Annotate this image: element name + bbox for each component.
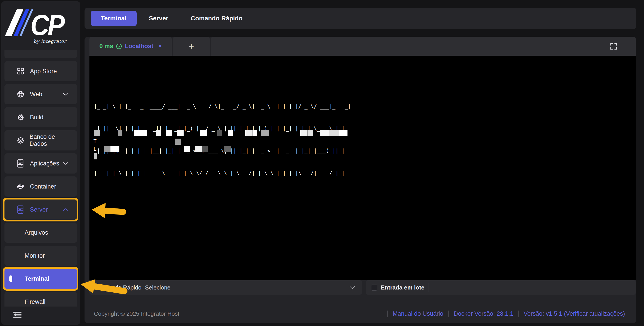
terminal-redacted-line: [ [90,153,636,160]
redacted-text-block [195,146,202,152]
version-link[interactable]: Versão: v1.5.1 (Verificar atualizações) [524,310,625,317]
redacted-text-block [320,130,329,136]
sidebar-item-banco-de-dados[interactable]: Banco de Dados [4,130,77,150]
redacted-text-block [202,146,208,152]
batch-input-label: Entrada em lote [381,284,424,291]
sidebar-item-firewall[interactable]: Firewall [4,292,77,306]
redacted-text-block [329,130,339,136]
redacted-text-block [228,130,233,136]
sidebar-item-monitor[interactable]: Monitor [4,246,77,266]
terminal-screen[interactable]: ___ _ _ _____ _____ ____ ____ _ _____ __… [90,56,636,280]
copyright-text: Copyright © 2025 Integrator Host [94,310,179,317]
sidebar-item-label: App Store [30,68,57,75]
redacted-text-block [156,130,161,136]
terminal-bottom-bar: Comando Rápido Selecione Entrada em lote [90,280,636,295]
sidebar-nav: App Store Web Build [3,50,78,306]
redacted-text-block [200,130,206,136]
redacted-text-block [118,130,122,136]
session-tab-localhost[interactable]: 0 ms Localhost × [90,37,172,56]
sidebar-item-terminal[interactable]: Terminal [4,269,77,289]
session-tab-bar: 0 ms Localhost × + [90,37,636,56]
redacted-text-block [110,146,120,152]
terminal-redacted-line: T [90,138,636,145]
docker-whale-icon [17,182,24,191]
redacted-text-block [252,130,257,136]
redacted-text-block [261,130,269,136]
sidebar-item-label: Firewall [24,298,46,305]
sidebar-item-label: Monitor [24,252,45,259]
redacted-text-block [177,130,184,136]
terminal-redacted-line: L [90,130,636,136]
tab-terminal[interactable]: Terminal [91,11,137,26]
latency-badge: 0 ms [100,43,113,50]
redacted-text-block [245,130,252,136]
batch-input-section: Entrada em lote [366,280,636,295]
server-rack-icon [17,205,24,214]
redacted-text-block [134,130,147,136]
redacted-text-block [339,130,348,136]
tab-server[interactable]: Server [139,11,178,26]
footer-links: Manual do Usuário Docker Versão: 28.1.1 … [387,310,630,317]
sidebar-item-build[interactable]: Build [4,107,77,127]
main-tabs-bar: Terminal Server Comando Rápido [84,8,636,29]
quick-command-select[interactable]: Comando Rápido Selecione [90,280,362,295]
server-rack-icon [17,159,24,168]
layers-icon [17,136,24,145]
check-circle-icon [116,43,122,50]
app-logo: CP by integrator [8,6,75,49]
docker-version-link[interactable]: Docker Versão: 28.1.1 [454,310,514,317]
terminal-text: T [94,138,96,144]
fullscreen-icon[interactable] [610,43,618,50]
sidebar-item-aplicacoes[interactable]: Aplicações [4,153,77,174]
active-indicator [10,275,12,282]
logo-slashes-icon [5,10,33,36]
batch-input-checkbox[interactable] [371,285,377,291]
select-placeholder: Selecione [145,284,170,291]
session-bar-spacer [211,37,636,56]
redacted-text-block [94,130,100,136]
terminal-text: L [94,146,96,152]
collapse-sidebar-button[interactable] [12,310,23,320]
sidebar-item-label: Arquivos [24,229,48,236]
footer: Copyright © 2025 Integrator Host Manual … [90,295,636,323]
sidebar-item-partial[interactable] [4,50,77,58]
sidebar-item-label: Banco de Dados [30,133,68,147]
terminal-redacted-line: L [90,146,636,153]
logo-text: CP [30,13,63,38]
chevron-up-icon [62,208,68,211]
chevron-down-icon [62,162,68,165]
ascii-banner: ___ _ _ _____ _____ ____ ____ _ _____ __… [94,66,351,192]
chevron-down-icon [349,286,355,289]
globe-icon [17,90,24,99]
sidebar-item-label: Container [30,183,56,190]
session-host-label: Localhost [125,43,154,50]
sidebar-item-app-store[interactable]: App Store [4,61,77,81]
terminal-panel: 0 ms Localhost × + ___ _ _ _____ _____ _… [84,37,636,323]
quick-command-label: Comando Rápido [96,284,141,291]
sidebar-item-arquivos[interactable]: Arquivos [4,223,77,243]
tab-comando-rapido[interactable]: Comando Rápido [181,11,253,26]
redacted-text-block [104,146,110,152]
divider [518,310,519,317]
divider [428,283,428,292]
redacted-text-block [175,139,181,145]
redacted-text-block [166,130,172,136]
sidebar-item-label: Server [30,206,48,213]
gear-icon [17,113,24,122]
redacted-text-block [217,130,222,136]
divider [387,310,388,317]
divider [448,310,449,317]
redacted-text-block [184,146,190,152]
sidebar-item-label: Web [30,91,42,98]
redacted-text-block [308,130,313,136]
add-session-button[interactable]: + [173,37,210,56]
sidebar-item-container[interactable]: Container [4,177,77,197]
close-session-icon[interactable]: × [158,43,162,50]
manual-link[interactable]: Manual do Usuário [393,310,444,317]
sidebar-item-server[interactable]: Server [4,200,77,220]
sidebar-item-web[interactable]: Web [4,84,77,104]
redacted-text-block [224,146,231,152]
redacted-text-block [94,153,97,159]
redacted-text-block [300,130,307,136]
sidebar-item-label: Build [30,114,44,121]
